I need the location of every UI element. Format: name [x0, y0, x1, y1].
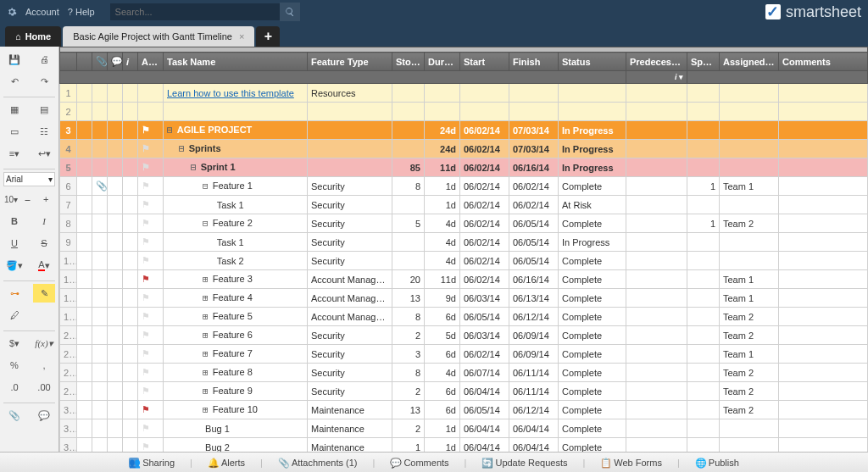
dec-decrease-icon[interactable]: .0	[3, 378, 25, 397]
flag-icon[interactable]: ⚑	[142, 348, 150, 358]
expand-icon[interactable]: ⊞	[203, 311, 209, 322]
inc-font[interactable]: ‒	[19, 190, 36, 208]
flag-icon[interactable]: ⚑	[142, 292, 150, 303]
currency-icon[interactable]: $▾	[3, 334, 25, 353]
flag-icon[interactable]: ⚑	[142, 162, 150, 172]
expand-icon[interactable]: ⊞	[203, 274, 209, 285]
col-pred[interactable]: Predecessors	[626, 53, 687, 71]
attachments-button[interactable]: 📎Attachments (1)	[275, 458, 361, 468]
flag-icon[interactable]: ⚑	[142, 330, 150, 340]
fill-color-icon[interactable]: 🪣▾	[3, 256, 25, 275]
table-row[interactable]: 3⚑⊟ AGILE PROJECT24d06/02/1407/03/14In P…	[60, 121, 868, 140]
table-row[interactable]: 15⚑⊞ Feature 4Account Managemen139d06/03…	[60, 289, 868, 308]
comma-icon[interactable]: ,	[33, 356, 55, 375]
undo-icon[interactable]: ↶	[3, 72, 25, 91]
expand-icon[interactable]: ⊞	[203, 367, 209, 378]
table-row[interactable]: 6📎⚑⊟ Feature 1Security81d06/02/1406/02/1…	[60, 177, 868, 196]
expand-icon[interactable]: ⊞	[203, 330, 209, 341]
col-atrisk[interactable]: At Risk	[138, 53, 164, 71]
flag-icon[interactable]: ⚑	[142, 218, 150, 228]
table-row[interactable]: 19⚑⊞ Feature 5Account Managemen86d06/05/…	[60, 308, 868, 326]
table-row[interactable]: 23⚑⊞ Feature 7Security36d06/02/1406/09/1…	[60, 345, 868, 364]
comment-icon[interactable]: 💬	[33, 406, 55, 425]
table-row[interactable]: 10⚑ Task 2Security4d06/02/1406/05/14Comp…	[60, 252, 868, 270]
expand-icon[interactable]: ⊟	[167, 125, 173, 136]
tab-active-sheet[interactable]: Basic Agile Project with Gantt Timeline×	[63, 26, 254, 47]
hierarchy-icon[interactable]: ☷	[33, 122, 55, 141]
publish-button[interactable]: 🌐Publish	[692, 458, 743, 468]
update-requests-button[interactable]: 🔄Update Requests	[478, 458, 570, 468]
card-icon[interactable]: ▭	[3, 122, 25, 141]
col-sprint[interactable]: Sprint	[687, 53, 720, 71]
flag-icon[interactable]: ⚑	[142, 441, 150, 452]
flag-icon[interactable]: ⚑	[142, 404, 150, 414]
table-row[interactable]: 1Learn how to use this templateResources	[60, 84, 868, 103]
alerts-button[interactable]: 🔔Alerts	[204, 458, 248, 468]
table-row[interactable]: 30⚑⊞ Feature 10Maintenance136d06/05/1406…	[60, 401, 868, 419]
expand-icon[interactable]: ⊞	[203, 292, 209, 303]
flag-icon[interactable]: ⚑	[142, 143, 150, 153]
bold-button[interactable]: B	[3, 212, 25, 230]
wrap-icon[interactable]: ↩▾	[33, 144, 55, 163]
flag-icon[interactable]: ⚑	[142, 274, 150, 284]
tab-home[interactable]: ⌂Home	[5, 26, 61, 47]
col-duration[interactable]: Durati…	[425, 53, 460, 71]
table-row[interactable]: 5⚑⊟ Sprint 18511d06/02/1406/16/14In Prog…	[60, 158, 868, 177]
expand-icon[interactable]: ⊟	[179, 143, 185, 154]
col-task[interactable]: Task Name	[164, 53, 308, 71]
flag-icon[interactable]: ⚑	[142, 423, 150, 433]
search-button[interactable]	[280, 3, 300, 21]
flag-icon[interactable]: ⚑	[142, 386, 150, 396]
table-row[interactable]: 36⚑ Bug 2Maintenance11d06/04/1406/04/14C…	[60, 438, 868, 453]
col-lock[interactable]	[77, 53, 92, 71]
flag-icon[interactable]: ⚑	[142, 125, 150, 135]
dec-increase-icon[interactable]: .00	[33, 378, 55, 397]
expand-icon[interactable]: ⊟	[203, 218, 209, 229]
learn-link[interactable]: Learn how to use this template	[167, 88, 294, 98]
attach-icon[interactable]: 📎	[3, 406, 25, 425]
close-icon[interactable]: ×	[239, 31, 244, 42]
col-comment[interactable]: 💬	[108, 53, 123, 71]
flag-icon[interactable]: ⚑	[142, 311, 150, 321]
grid-view-icon[interactable]: ▦	[3, 100, 25, 119]
col-finish[interactable]: Finish	[509, 53, 559, 71]
expand-icon[interactable]: ⊞	[203, 386, 209, 397]
dec-font[interactable]: +	[37, 190, 55, 208]
highlight-icon[interactable]: ✎	[33, 284, 55, 303]
link-icon[interactable]: ⊶	[3, 284, 25, 303]
expand-icon[interactable]: ⊞	[203, 348, 209, 359]
fx-icon[interactable]: f(x)▾	[33, 334, 55, 353]
filter-icon[interactable]: ▤	[33, 100, 55, 119]
expand-icon[interactable]: ⊟	[203, 180, 209, 192]
table-row[interactable]: 26⚑⊞ Feature 8Security84d06/07/1406/11/1…	[60, 364, 868, 382]
format-painter-icon[interactable]: 🖊	[3, 306, 25, 325]
percent-icon[interactable]: %	[3, 356, 25, 375]
flag-icon[interactable]: ⚑	[142, 255, 150, 265]
col-feature[interactable]: Feature Type	[308, 53, 392, 71]
account-label[interactable]: Account	[25, 7, 59, 17]
save-icon[interactable]: 💾	[3, 50, 25, 69]
align-icon[interactable]: ≡▾	[3, 144, 25, 163]
table-row[interactable]: 8⚑⊟ Feature 2Security54d06/02/1406/05/14…	[60, 214, 868, 233]
flag-icon[interactable]: ⚑	[142, 236, 150, 247]
clear-icon[interactable]	[33, 306, 55, 325]
flag-icon[interactable]: ⚑	[142, 199, 150, 209]
col-info[interactable]: i	[123, 53, 138, 71]
print-icon[interactable]: 🖨	[33, 50, 55, 69]
font-size[interactable]: 10 ▾	[3, 190, 19, 208]
search-input[interactable]	[110, 3, 280, 20]
redo-icon[interactable]: ↷	[33, 72, 55, 91]
text-color-icon[interactable]: A▾	[33, 256, 55, 275]
strike-button[interactable]: S	[33, 234, 55, 253]
table-row[interactable]: 21⚑⊞ Feature 6Security25d06/03/1406/09/1…	[60, 326, 868, 345]
expand-icon[interactable]: ⊞	[203, 404, 209, 415]
flag-icon[interactable]: ⚑	[142, 367, 150, 377]
comments-button[interactable]: 💬Comments	[387, 458, 452, 468]
col-start[interactable]: Start	[460, 53, 509, 71]
table-row[interactable]: 9⚑ Task 1Security4d06/02/1406/05/14In Pr…	[60, 233, 868, 252]
col-attach[interactable]: 📎	[92, 53, 108, 71]
underline-button[interactable]: U	[3, 234, 25, 253]
col-status[interactable]: Status	[559, 53, 626, 71]
table-row[interactable]: 7⚑ Task 1Security1d06/02/1406/02/14At Ri…	[60, 196, 868, 214]
web-forms-button[interactable]: 📋Web Forms	[597, 458, 665, 468]
